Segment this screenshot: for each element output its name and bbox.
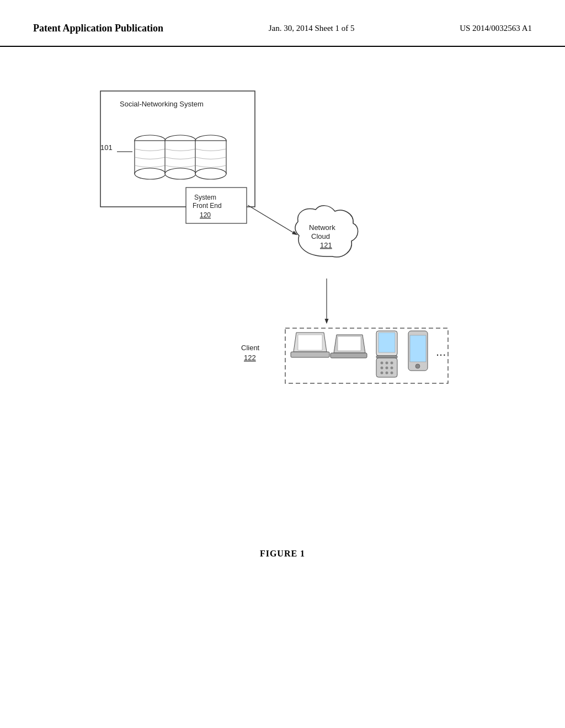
svg-point-32 xyxy=(381,367,383,370)
svg-text:Cloud: Cloud xyxy=(311,232,330,240)
ref-101-label: 101 xyxy=(100,143,113,152)
svg-text:Network: Network xyxy=(309,223,335,232)
svg-point-8 xyxy=(195,168,226,179)
figure-caption: FIGURE 1 xyxy=(0,549,565,559)
svg-point-5 xyxy=(165,168,196,179)
svg-point-35 xyxy=(381,372,383,374)
sheet-info: Jan. 30, 2014 Sheet 1 of 5 xyxy=(269,22,355,35)
svg-rect-20 xyxy=(291,352,329,357)
ref-122-label: 122 xyxy=(244,354,256,362)
svg-text:System: System xyxy=(194,194,216,201)
svg-point-31 xyxy=(391,362,393,365)
client-label: Client xyxy=(241,344,260,352)
svg-point-36 xyxy=(386,372,388,374)
svg-point-2 xyxy=(135,168,166,179)
ellipsis-label: ... xyxy=(436,345,446,358)
publication-title: Patent Application Publication xyxy=(33,22,163,35)
diagram-svg: Social-Networking System 101 System Fron… xyxy=(89,80,476,510)
svg-rect-39 xyxy=(410,335,426,362)
svg-point-37 xyxy=(391,372,393,374)
svg-rect-27 xyxy=(376,356,397,358)
svg-point-29 xyxy=(381,362,383,365)
patent-number: US 2014/0032563 A1 xyxy=(460,22,532,35)
svg-rect-26 xyxy=(379,333,395,352)
social-networking-label: Social-Networking System xyxy=(120,100,204,108)
svg-rect-23 xyxy=(331,353,367,358)
svg-point-33 xyxy=(386,367,388,370)
svg-text:121: 121 xyxy=(320,241,332,249)
svg-text:120: 120 xyxy=(200,211,211,219)
svg-point-34 xyxy=(391,367,393,370)
svg-point-30 xyxy=(386,362,388,365)
svg-text:Front End: Front End xyxy=(193,202,222,210)
svg-point-40 xyxy=(415,364,420,368)
svg-rect-21 xyxy=(298,335,322,350)
svg-rect-24 xyxy=(338,336,361,351)
diagram-area: Social-Networking System 101 System Fron… xyxy=(0,47,565,543)
svg-line-13 xyxy=(248,205,296,234)
page-header: Patent Application Publication Jan. 30, … xyxy=(0,0,565,47)
network-cloud: Network Cloud 121 xyxy=(295,206,358,257)
